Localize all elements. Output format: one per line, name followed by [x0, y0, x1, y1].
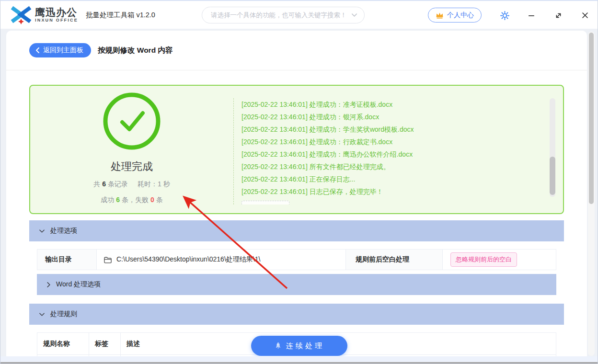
brand-logo: 鹰迅办公 INXUN OFFICE: [10, 5, 78, 24]
continue-processing-button[interactable]: 连续处理: [251, 336, 347, 356]
success-label: 成功: [101, 196, 114, 204]
log-entry: [2025-02-22 13:46:01] 处理成功：准考证模板.docx: [242, 98, 563, 111]
result-panel: 处理完成 共6条记录耗时：1 秒 成功6条，失败0条 [2025-02-22 1…: [29, 85, 564, 214]
title-bar: 鹰迅办公 INXUN OFFICE 批量处理工具箱 v1.2.0 请选择一个具体…: [0, 1, 598, 29]
section-title-options: 处理选项: [50, 227, 77, 235]
fail-count: 0: [150, 196, 154, 204]
close-icon: [580, 11, 590, 20]
output-dir-path: C:\Users\54390\Desktop\inxun\0216\处理结果\1…: [116, 255, 260, 264]
maximize-icon: [554, 11, 563, 20]
page-title: 按规则修改 Word 内容: [98, 46, 172, 56]
rules-column-header: 标签: [89, 333, 121, 354]
total-count: 6: [102, 180, 106, 188]
output-directory-row: 输出目录 C:\Users\54390\Desktop\inxun\0216\处…: [37, 249, 556, 270]
log-entry: [2025-02-22 13:46:01] 处理成功：行政裁定书.docx: [242, 136, 563, 148]
options-section-body: 输出目录 C:\Users\54390\Desktop\inxun\0216\处…: [29, 241, 564, 303]
back-to-dashboard-button[interactable]: 返回到主面板: [29, 43, 91, 57]
log-entry: [2025-02-22 13:46:01] 正在保存日志...: [242, 173, 563, 185]
bottom-bar: [0, 356, 598, 362]
back-button-label: 返回到主面板: [43, 46, 83, 55]
log-area: [2025-02-22 13:46:01] 处理成功：准考证模板.docx[20…: [233, 98, 563, 205]
brand-name-cn: 鹰迅办公: [35, 7, 78, 17]
export-log-label: 导出日志: [258, 204, 283, 205]
export-log-button[interactable]: 导出日志: [242, 201, 289, 205]
success-fail-summary: 成功6条，失败0条: [101, 196, 163, 205]
main-panel: 返回到主面板 按规则修改 Word 内容 处理完成 共6条记录耗时：1 秒: [6, 31, 587, 356]
close-button[interactable]: [577, 8, 593, 23]
section-title-word-options: Word 处理选项: [56, 280, 101, 289]
maximize-button[interactable]: [551, 8, 566, 23]
success-count: 6: [116, 196, 120, 204]
output-dir-label: 输出目录: [37, 250, 97, 270]
log-entry: [2025-02-22 13:46:01] 处理成功：学生奖状word模板.do…: [242, 123, 563, 136]
function-search-select[interactable]: 请选择一个具体的功能，也可输入关键字搜索！: [202, 7, 365, 23]
chevron-right-icon: [46, 282, 51, 288]
section-header-rules[interactable]: 处理规则: [29, 304, 564, 325]
window-scrollbar-track[interactable]: [588, 32, 595, 356]
total-suffix: 条记录: [108, 180, 128, 188]
rules-column-header: 规则名称: [37, 333, 89, 354]
brand-text: 鹰迅办公 INXUN OFFICE: [35, 7, 78, 23]
page-content: 处理完成 共6条记录耗时：1 秒 成功6条，失败0条 [2025-02-22 1…: [6, 70, 587, 356]
log-list: [2025-02-22 13:46:01] 处理成功：准考证模板.docx[20…: [242, 98, 563, 198]
crown-icon: [436, 12, 444, 19]
whitespace-label: 规则前后空白处理: [346, 250, 443, 270]
chevron-down-icon: [39, 312, 45, 317]
chevron-down-icon: [351, 13, 357, 17]
folder-icon: [104, 256, 112, 263]
log-scrollbar-track[interactable]: [550, 98, 555, 197]
app-window: 鹰迅办公 INXUN OFFICE 批量处理工具箱 v1.2.0 请选择一个具体…: [0, 0, 598, 364]
window-scrollbar-thumb[interactable]: [589, 33, 594, 204]
section-header-options[interactable]: 处理选项: [29, 220, 564, 241]
continue-button-label: 连续处理: [286, 341, 324, 351]
page-toolbar: 返回到主面板 按规则修改 Word 内容: [6, 31, 587, 70]
status-title: 处理完成: [111, 159, 153, 174]
chevron-down-icon: [39, 229, 45, 233]
app-subtitle: 批量处理工具箱 v1.2.0: [86, 11, 155, 20]
settings-button[interactable]: [497, 8, 512, 23]
brand-name-en: INXUN OFFICE: [35, 18, 78, 23]
total-prefix: 共: [93, 180, 100, 188]
minimize-icon: [527, 11, 536, 20]
gear-icon: [500, 11, 510, 21]
success-check-icon: [102, 91, 161, 151]
elapsed-time: 耗时：1 秒: [138, 180, 170, 188]
log-entry: [2025-02-22 13:46:01] 处理成功：鹰迅办公软件介绍.docx: [242, 148, 563, 160]
log-entry: [2025-02-22 13:46:01] 所有文件都已经处理完成。: [242, 160, 563, 173]
log-entry: [2025-02-22 13:46:01] 日志已保存，处理完毕！: [242, 185, 563, 198]
chevron-left-icon: [35, 47, 40, 54]
output-dir-value-cell[interactable]: C:\Users\54390\Desktop\inxun\0216\处理结果\1…: [97, 250, 346, 270]
user-center-button[interactable]: 个人中心: [428, 8, 482, 23]
whitespace-tag-cell: 忽略规则前后的空白: [443, 250, 556, 270]
section-header-word-options[interactable]: Word 处理选项: [37, 274, 556, 295]
fail-suffix: 条: [156, 196, 163, 204]
record-summary: 共6条记录耗时：1 秒: [93, 180, 170, 189]
section-title-rules: 处理规则: [50, 310, 77, 318]
fail-label: 失败: [135, 196, 149, 204]
rocket-icon: [274, 342, 282, 350]
minimize-button[interactable]: [524, 8, 539, 23]
user-center-label: 个人中心: [447, 11, 474, 20]
success-suffix: 条，: [122, 196, 135, 204]
whitespace-tag[interactable]: 忽略规则前后的空白: [450, 252, 517, 267]
search-placeholder: 请选择一个具体的功能，也可输入关键字搜索！: [211, 11, 351, 20]
result-summary: 处理完成 共6条记录耗时：1 秒 成功6条，失败0条: [30, 86, 233, 213]
window-bottom-edge: [0, 362, 598, 364]
log-entry: [2025-02-22 13:46:01] 处理成功：银河系.docx: [242, 111, 563, 123]
brand-x-icon: [10, 5, 32, 24]
log-scrollbar-thumb[interactable]: [550, 157, 555, 195]
